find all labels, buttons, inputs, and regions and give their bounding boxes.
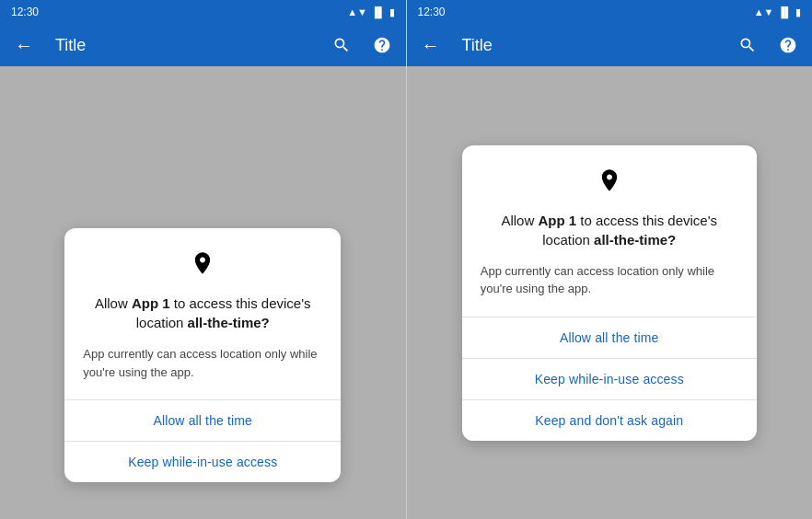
status-bar-1: 12:30 ▲▼ ▐▌ ▮ — [0, 0, 406, 24]
signal-icon-2: ▐▌ — [777, 6, 792, 17]
app-bar-title-1: Title — [55, 36, 318, 55]
phone-2: 12:30 ▲▼ ▐▌ ▮ ← Title Allow App 1 to acc… — [406, 0, 813, 519]
content-area-2: Allow App 1 to access this device's loca… — [407, 66, 813, 519]
help-button-1[interactable] — [365, 29, 399, 62]
app-bar-title-2: Title — [462, 36, 725, 55]
dialog-body-1: Allow App 1 to access this device's loca… — [64, 228, 341, 399]
app-bar-1: ← Title — [0, 24, 406, 66]
back-button-2[interactable]: ← — [414, 29, 447, 62]
allow-all-time-button-2[interactable]: Allow all the time — [462, 317, 757, 358]
status-icons-2: ▲▼ ▐▌ ▮ — [754, 6, 801, 18]
time-1: 12:30 — [11, 6, 39, 18]
dialog-desc-1: App currently can access location only w… — [83, 345, 322, 381]
allow-all-time-button-1[interactable]: Allow all the time — [64, 399, 341, 441]
keep-while-in-use-button-2[interactable]: Keep while-in-use access — [462, 358, 757, 399]
dialog-2: Allow App 1 to access this device's loca… — [462, 145, 757, 441]
time-2: 12:30 — [418, 6, 446, 18]
search-button-1[interactable] — [325, 29, 358, 62]
location-icon-1 — [83, 250, 322, 283]
search-button-2[interactable] — [731, 29, 764, 62]
keep-while-in-use-button-1[interactable]: Keep while-in-use access — [64, 441, 341, 482]
content-area-1: Allow App 1 to access this device's loca… — [0, 66, 406, 519]
wifi-icon-1: ▲▼ — [347, 6, 367, 17]
keep-dont-ask-button-2[interactable]: Keep and don't ask again — [462, 399, 757, 441]
dialog-desc-2: App currently can access location only w… — [481, 262, 738, 298]
status-icons-1: ▲▼ ▐▌ ▮ — [347, 6, 394, 18]
battery-icon-2: ▮ — [795, 6, 801, 18]
dialog-body-2: Allow App 1 to access this device's loca… — [462, 145, 757, 317]
phone-1: 12:30 ▲▼ ▐▌ ▮ ← Title Allow App 1 to acc… — [0, 0, 406, 519]
dialog-title-1: Allow App 1 to access this device's loca… — [83, 294, 322, 332]
status-bar-2: 12:30 ▲▼ ▐▌ ▮ — [407, 0, 813, 24]
location-icon-2 — [481, 167, 738, 200]
wifi-icon-2: ▲▼ — [754, 6, 774, 17]
dialog-title-2: Allow App 1 to access this device's loca… — [481, 211, 738, 249]
dialog-1: Allow App 1 to access this device's loca… — [64, 228, 341, 482]
help-button-2[interactable] — [771, 29, 805, 62]
signal-icon-1: ▐▌ — [371, 6, 386, 17]
back-button-1[interactable]: ← — [7, 29, 41, 62]
battery-icon-1: ▮ — [389, 6, 395, 18]
app-bar-2: ← Title — [407, 24, 813, 66]
